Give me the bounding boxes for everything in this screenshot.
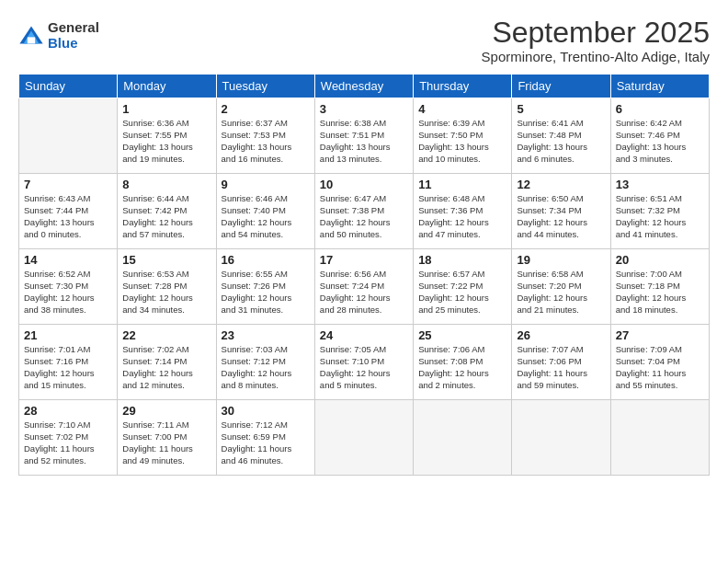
- day-info: Sunrise: 7:12 AMSunset: 6:59 PMDaylight:…: [222, 419, 310, 466]
- day-number: 8: [122, 178, 210, 191]
- day-number: 23: [222, 328, 310, 342]
- day-cell: 19Sunrise: 6:58 AMSunset: 7:20 PMDayligh…: [512, 249, 610, 325]
- day-cell: 12Sunrise: 6:50 AMSunset: 7:34 PMDayligh…: [512, 174, 610, 249]
- day-cell: 15Sunrise: 6:53 AMSunset: 7:28 PMDayligh…: [118, 249, 216, 325]
- day-cell: 25Sunrise: 7:06 AMSunset: 7:08 PMDayligh…: [414, 325, 512, 400]
- day-info: Sunrise: 7:11 AMSunset: 7:00 PMDaylight:…: [122, 419, 210, 466]
- header-tuesday: Tuesday: [216, 75, 314, 98]
- logo: General Blue: [18, 20, 99, 51]
- day-cell: 29Sunrise: 7:11 AMSunset: 7:00 PMDayligh…: [118, 400, 216, 476]
- header-friday: Friday: [512, 75, 610, 98]
- day-cell: 3Sunrise: 6:38 AMSunset: 7:51 PMDaylight…: [314, 98, 413, 174]
- logo-general: General: [48, 20, 99, 36]
- day-cell: 5Sunrise: 6:41 AMSunset: 7:48 PMDaylight…: [512, 98, 610, 174]
- day-info: Sunrise: 6:48 AMSunset: 7:36 PMDaylight:…: [418, 193, 506, 240]
- day-cell: [414, 400, 512, 476]
- day-number: 29: [122, 404, 210, 418]
- day-number: 15: [122, 253, 210, 267]
- day-cell: 10Sunrise: 6:47 AMSunset: 7:38 PMDayligh…: [314, 174, 413, 249]
- day-cell: 27Sunrise: 7:09 AMSunset: 7:04 PMDayligh…: [610, 325, 709, 400]
- day-info: Sunrise: 7:09 AMSunset: 7:04 PMDaylight:…: [616, 344, 704, 391]
- location-title: Sporminore, Trentino-Alto Adige, Italy: [482, 49, 710, 64]
- day-number: 27: [616, 328, 704, 342]
- day-cell: 18Sunrise: 6:57 AMSunset: 7:22 PMDayligh…: [414, 249, 512, 325]
- day-cell: 30Sunrise: 7:12 AMSunset: 6:59 PMDayligh…: [216, 400, 314, 476]
- day-info: Sunrise: 6:43 AMSunset: 7:44 PMDaylight:…: [24, 193, 112, 240]
- day-cell: 1Sunrise: 6:36 AMSunset: 7:55 PMDaylight…: [118, 98, 216, 174]
- day-number: 11: [418, 178, 506, 191]
- day-info: Sunrise: 6:38 AMSunset: 7:51 PMDaylight:…: [320, 118, 408, 165]
- day-info: Sunrise: 7:02 AMSunset: 7:14 PMDaylight:…: [122, 344, 210, 391]
- day-number: 22: [122, 328, 210, 342]
- day-cell: 13Sunrise: 6:51 AMSunset: 7:32 PMDayligh…: [610, 174, 709, 249]
- generalblue-logo-icon: [18, 23, 44, 49]
- day-number: 17: [320, 253, 408, 267]
- day-cell: 8Sunrise: 6:44 AMSunset: 7:42 PMDaylight…: [118, 174, 216, 249]
- logo-blue: Blue: [48, 36, 99, 52]
- day-cell: 7Sunrise: 6:43 AMSunset: 7:44 PMDaylight…: [19, 174, 118, 249]
- day-info: Sunrise: 6:47 AMSunset: 7:38 PMDaylight:…: [320, 193, 408, 240]
- day-info: Sunrise: 7:07 AMSunset: 7:06 PMDaylight:…: [517, 344, 605, 391]
- week-row-3: 21Sunrise: 7:01 AMSunset: 7:16 PMDayligh…: [19, 325, 710, 400]
- header-wednesday: Wednesday: [314, 75, 413, 98]
- weekday-header-row: Sunday Monday Tuesday Wednesday Thursday…: [19, 75, 710, 98]
- week-row-1: 7Sunrise: 6:43 AMSunset: 7:44 PMDaylight…: [19, 174, 710, 249]
- day-number: 19: [517, 253, 605, 267]
- day-info: Sunrise: 6:52 AMSunset: 7:30 PMDaylight:…: [24, 269, 112, 316]
- day-cell: 24Sunrise: 7:05 AMSunset: 7:10 PMDayligh…: [314, 325, 413, 400]
- day-number: 16: [222, 253, 310, 267]
- day-cell: 2Sunrise: 6:37 AMSunset: 7:53 PMDaylight…: [216, 98, 314, 174]
- day-cell: 14Sunrise: 6:52 AMSunset: 7:30 PMDayligh…: [19, 249, 118, 325]
- day-info: Sunrise: 7:00 AMSunset: 7:18 PMDaylight:…: [616, 269, 704, 316]
- day-info: Sunrise: 6:51 AMSunset: 7:32 PMDaylight:…: [616, 193, 704, 240]
- header-monday: Monday: [118, 75, 216, 98]
- title-block: September 2025 Sporminore, Trentino-Alto…: [482, 17, 710, 64]
- day-cell: [610, 400, 709, 476]
- month-title: September 2025: [482, 17, 710, 49]
- week-row-2: 14Sunrise: 6:52 AMSunset: 7:30 PMDayligh…: [19, 249, 710, 325]
- day-number: 3: [320, 102, 408, 116]
- day-number: 5: [517, 102, 605, 116]
- header-sunday: Sunday: [19, 75, 118, 98]
- day-number: 14: [24, 253, 112, 267]
- day-info: Sunrise: 7:06 AMSunset: 7:08 PMDaylight:…: [418, 344, 506, 391]
- day-info: Sunrise: 6:56 AMSunset: 7:24 PMDaylight:…: [320, 269, 408, 316]
- day-number: 28: [24, 404, 112, 418]
- day-number: 30: [222, 404, 310, 418]
- day-number: 7: [24, 178, 112, 191]
- logo-text: General Blue: [48, 20, 99, 51]
- day-number: 20: [616, 253, 704, 267]
- day-cell: 22Sunrise: 7:02 AMSunset: 7:14 PMDayligh…: [118, 325, 216, 400]
- day-cell: 9Sunrise: 6:46 AMSunset: 7:40 PMDaylight…: [216, 174, 314, 249]
- day-number: 26: [517, 328, 605, 342]
- day-info: Sunrise: 7:10 AMSunset: 7:02 PMDaylight:…: [24, 419, 112, 466]
- day-cell: 20Sunrise: 7:00 AMSunset: 7:18 PMDayligh…: [610, 249, 709, 325]
- day-number: 13: [616, 178, 704, 191]
- day-number: 4: [418, 102, 506, 116]
- day-number: 6: [616, 102, 704, 116]
- day-info: Sunrise: 7:05 AMSunset: 7:10 PMDaylight:…: [320, 344, 408, 391]
- day-number: 25: [418, 328, 506, 342]
- day-info: Sunrise: 6:53 AMSunset: 7:28 PMDaylight:…: [122, 269, 210, 316]
- day-number: 18: [418, 253, 506, 267]
- day-number: 2: [222, 102, 310, 116]
- day-cell: 23Sunrise: 7:03 AMSunset: 7:12 PMDayligh…: [216, 325, 314, 400]
- day-info: Sunrise: 6:36 AMSunset: 7:55 PMDaylight:…: [122, 118, 210, 165]
- day-info: Sunrise: 6:44 AMSunset: 7:42 PMDaylight:…: [122, 193, 210, 240]
- page: General Blue September 2025 Sporminore, …: [0, 0, 728, 563]
- svg-rect-2: [28, 37, 35, 43]
- day-number: 10: [320, 178, 408, 191]
- calendar-table: Sunday Monday Tuesday Wednesday Thursday…: [18, 74, 710, 476]
- day-number: 24: [320, 328, 408, 342]
- day-info: Sunrise: 6:37 AMSunset: 7:53 PMDaylight:…: [222, 118, 310, 165]
- day-cell: 21Sunrise: 7:01 AMSunset: 7:16 PMDayligh…: [19, 325, 118, 400]
- day-info: Sunrise: 7:03 AMSunset: 7:12 PMDaylight:…: [222, 344, 310, 391]
- day-number: 12: [517, 178, 605, 191]
- day-info: Sunrise: 7:01 AMSunset: 7:16 PMDaylight:…: [24, 344, 112, 391]
- day-number: 21: [24, 328, 112, 342]
- day-info: Sunrise: 6:55 AMSunset: 7:26 PMDaylight:…: [222, 269, 310, 316]
- day-cell: [19, 98, 118, 174]
- day-cell: [512, 400, 610, 476]
- header: General Blue September 2025 Sporminore, …: [18, 17, 710, 64]
- day-cell: 17Sunrise: 6:56 AMSunset: 7:24 PMDayligh…: [314, 249, 413, 325]
